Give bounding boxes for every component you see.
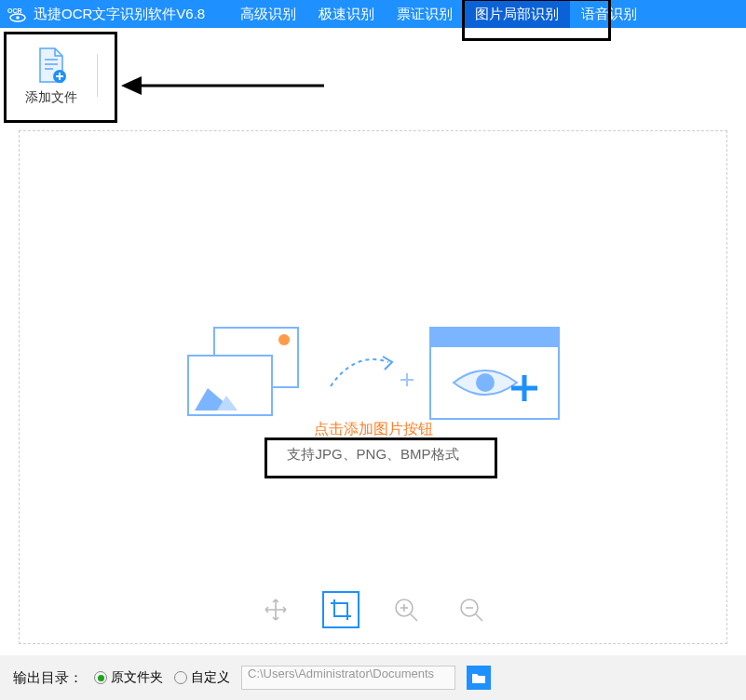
svg-point-2 [16, 16, 20, 20]
arrow-icon [327, 345, 420, 401]
add-file-icon [34, 47, 68, 84]
canvas-hint-secondary: 支持JPG、PNG、BMP格式 [287, 446, 458, 464]
canvas-illustration [187, 327, 560, 420]
move-icon [263, 597, 289, 623]
tab-advanced[interactable]: 高级识别 [229, 0, 307, 28]
radio-custom-label: 自定义 [191, 669, 230, 686]
canvas-hint-primary: 点击添加图片按钮 [314, 420, 433, 439]
zoom-out-icon [458, 597, 484, 623]
zoom-in-icon [393, 597, 419, 623]
title-bar: OCR 迅捷OCR文字识别软件V6.8 高级识别 极速识别 票证识别 图片局部识… [0, 0, 746, 28]
svg-line-15 [411, 614, 417, 621]
crop-tool[interactable] [322, 591, 359, 628]
svg-marker-22 [121, 76, 142, 95]
browse-folder-button[interactable] [467, 666, 491, 690]
app-logo: OCR 迅捷OCR文字识别软件V6.8 [0, 6, 212, 23]
pictures-icon [187, 327, 318, 420]
zoom-in-tool[interactable] [387, 591, 425, 628]
crop-icon [329, 598, 353, 622]
move-tool[interactable] [257, 591, 294, 628]
radio-original-folder[interactable]: 原文件夹 [94, 669, 163, 686]
add-file-button[interactable]: 添加文件 [9, 39, 93, 114]
tab-ticket[interactable]: 票证识别 [386, 0, 464, 28]
tab-image-region[interactable]: 图片局部识别 [464, 0, 570, 28]
app-title: 迅捷OCR文字识别软件V6.8 [34, 6, 205, 23]
tab-fast[interactable]: 极速识别 [307, 0, 386, 28]
add-file-label: 添加文件 [25, 89, 77, 106]
toolbar: 添加文件 [0, 28, 746, 121]
canvas-toolbar [257, 591, 490, 628]
zoom-out-tool[interactable] [453, 591, 490, 628]
preview-window-icon [429, 327, 560, 420]
folder-icon [471, 671, 486, 684]
output-label: 输出目录： [13, 669, 83, 687]
radio-original-label: 原文件夹 [111, 669, 163, 686]
svg-point-11 [476, 373, 495, 392]
svg-text:OCR: OCR [7, 7, 22, 14]
eye-plus-icon [448, 357, 541, 409]
annotation-arrow-icon [121, 67, 326, 104]
ocr-eye-icon: OCR [7, 6, 28, 22]
tab-bar: 高级识别 极速识别 票证识别 图片局部识别 语音识别 [229, 0, 648, 28]
radio-custom-folder[interactable]: 自定义 [174, 669, 230, 686]
toolbar-separator [97, 54, 98, 97]
output-bar: 输出目录： 原文件夹 自定义 C:\Users\Administrator\Do… [0, 655, 746, 700]
tab-voice[interactable]: 语音识别 [570, 0, 648, 28]
svg-line-19 [476, 614, 482, 621]
radio-dot-icon [174, 671, 187, 684]
output-path-input[interactable]: C:\Users\Administrator\Documents [241, 666, 455, 690]
drop-canvas[interactable]: 点击添加图片按钮 支持JPG、PNG、BMP格式 [19, 130, 727, 644]
radio-dot-icon [94, 671, 107, 684]
